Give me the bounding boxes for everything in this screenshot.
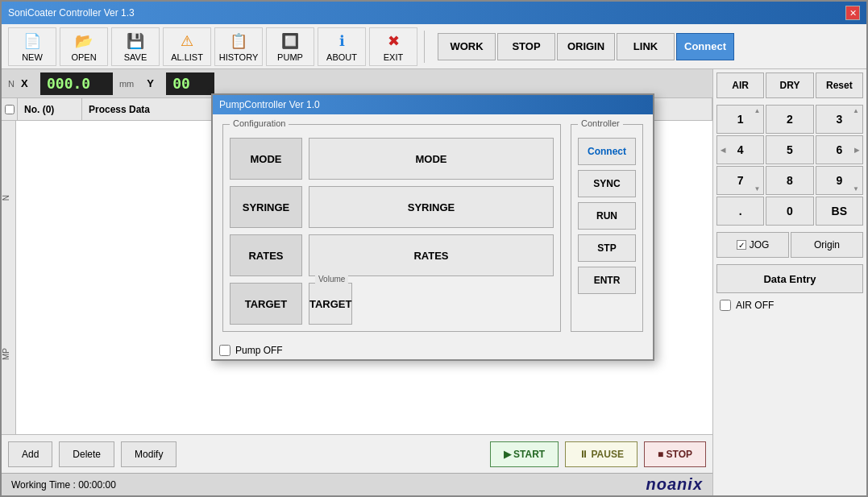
data-entry-button[interactable]: Data Entry (716, 264, 863, 293)
num-9-btn[interactable]: 9 ▼ (816, 166, 863, 195)
num-7-btn[interactable]: 7 ▼ (716, 166, 764, 195)
status-bar: Working Time : 00:00:00 noanix (2, 473, 712, 495)
num-3-label: 3 (836, 113, 842, 126)
save-button[interactable]: 💾 SAVE (111, 27, 160, 66)
num-2-btn[interactable]: 2 (766, 105, 813, 134)
toolbar-separator (424, 31, 425, 63)
mode-label-btn[interactable]: MODE (230, 138, 302, 180)
bs-btn[interactable]: BS (816, 197, 863, 226)
ctrl-run-btn[interactable]: RUN (578, 202, 636, 230)
close-button[interactable]: ✕ (845, 6, 860, 20)
exit-icon: ✖ (384, 31, 403, 51)
x-value: 000.0 (47, 75, 90, 92)
open-button[interactable]: 📂 OPEN (60, 27, 108, 66)
jog-checkbox: ✓ (737, 240, 746, 250)
stop-nav-button[interactable]: STOP (497, 33, 555, 60)
about-button[interactable]: ℹ ABOUT (318, 27, 366, 66)
air-off-checkbox[interactable] (720, 300, 731, 311)
num-4-btn[interactable]: 4 ◀ (716, 135, 764, 164)
num-0-btn[interactable]: 0 (766, 197, 813, 226)
side-label-mp: MP (2, 348, 15, 360)
controller-legend: Controller (578, 118, 623, 128)
arrow-down-7: ▼ (754, 185, 760, 193)
open-icon: 📂 (74, 31, 93, 51)
connect-nav-button[interactable]: Connect (676, 33, 734, 60)
syringe-label-btn[interactable]: SYRINGE (230, 186, 302, 228)
pump-modal-title-text: PumpController Ver 1.0 (219, 99, 320, 110)
reset-button[interactable]: Reset (816, 72, 863, 98)
noanix-logo: noanix (646, 475, 703, 494)
ctrl-entr-btn[interactable]: ENTR (578, 267, 636, 294)
ctrl-sync-btn[interactable]: SYNC (578, 170, 636, 197)
exit-label: EXIT (384, 52, 403, 62)
target-value-btn[interactable]: TARGET (309, 283, 352, 325)
link-nav-button[interactable]: LINK (617, 33, 675, 60)
config-value-col: MODE SYRINGE RATES Volume TARGET (309, 138, 554, 325)
delete-button[interactable]: Delete (59, 441, 114, 467)
x-display: 000.0 (40, 72, 113, 95)
num-1-btn[interactable]: 1 ▲ (716, 105, 764, 134)
target-wrapper: Volume TARGET (309, 283, 554, 325)
pump-modal-body: Configuration MODE SYRINGE RATES TARGET (213, 114, 653, 342)
air-off-label: AIR OFF (736, 300, 774, 311)
dry-button[interactable]: DRY (766, 72, 813, 98)
arrow-down-9: ▼ (853, 185, 859, 193)
al-list-label: AL.LIST (171, 52, 203, 62)
dot-btn[interactable]: . (716, 197, 764, 226)
bottom-toolbar: Add Delete Modify ▶ START ⏸ PAUSE ■ STOP (2, 434, 712, 473)
side-labels: N MP (2, 121, 16, 434)
jog-label: JOG (750, 239, 770, 251)
pump-label: PUMP (277, 52, 303, 62)
pump-button[interactable]: 🔲 PUMP (266, 27, 314, 66)
ctrl-connect-btn[interactable]: Connect (578, 138, 636, 165)
jog-button[interactable]: ✓ JOG (716, 232, 789, 258)
num-6-btn[interactable]: 6 ▶ (816, 135, 863, 164)
numpad: 1 ▲ 2 3 ▲ 4 ◀ 5 6 (713, 101, 866, 229)
content-area: N X 000.0 mm Y 00 No. (0) Process Data (2, 69, 866, 495)
rates-value-btn[interactable]: RATES (309, 234, 554, 276)
history-button[interactable]: 📋 HISTORY (214, 27, 263, 66)
new-button[interactable]: 📄 NEW (8, 27, 56, 66)
x-label: X (21, 77, 34, 89)
work-nav-button[interactable]: WORK (438, 33, 496, 60)
exit-button[interactable]: ✖ EXIT (369, 27, 417, 66)
y-value: 00 (172, 75, 190, 92)
mode-value-btn[interactable]: MODE (309, 138, 554, 180)
select-all-checkbox[interactable] (5, 105, 15, 114)
modify-button[interactable]: Modify (121, 441, 177, 467)
num-6-label: 6 (836, 143, 842, 156)
pump-off-checkbox[interactable] (219, 345, 230, 356)
dot-label: . (739, 205, 742, 217)
stop-button[interactable]: ■ STOP (644, 441, 706, 467)
jog-row: ✓ JOG Origin (713, 229, 866, 261)
volume-label: Volume (315, 275, 348, 284)
air-off-row: AIR OFF (713, 296, 866, 314)
air-button[interactable]: AIR (716, 72, 764, 98)
add-button[interactable]: Add (8, 441, 52, 467)
config-legend: Configuration (230, 118, 289, 128)
origin-button[interactable]: Origin (791, 232, 863, 258)
window-title: SoniCoater Controller Ver 1.3 (8, 7, 135, 19)
pump-off-label: Pump OFF (235, 345, 283, 356)
arrow-left-4: ◀ (721, 147, 725, 154)
num-4-label: 4 (737, 143, 744, 156)
working-time: Working Time : 00:00:00 (11, 479, 116, 491)
pause-button[interactable]: ⏸ PAUSE (565, 441, 638, 467)
target-label-btn[interactable]: TARGET (230, 283, 302, 325)
rates-label-btn[interactable]: RATES (230, 234, 302, 276)
al-list-button[interactable]: ⚠ AL.LIST (163, 27, 211, 66)
config-label-col: MODE SYRINGE RATES TARGET (230, 138, 302, 325)
no-col-header: No. (0) (18, 98, 82, 120)
arrow-up-3: ▲ (853, 107, 859, 114)
num-3-btn[interactable]: 3 ▲ (816, 105, 863, 134)
syringe-value-btn[interactable]: SYRINGE (309, 186, 554, 228)
start-button[interactable]: ▶ START (490, 441, 559, 467)
num-5-btn[interactable]: 5 (766, 135, 813, 164)
origin-nav-button[interactable]: ORIGIN (557, 33, 615, 60)
y-label: Y (147, 77, 160, 89)
ctrl-stp-btn[interactable]: STP (578, 234, 636, 262)
num-5-label: 5 (787, 143, 793, 156)
num-8-btn[interactable]: 8 (766, 166, 813, 195)
save-label: SAVE (124, 52, 147, 62)
right-top-buttons: AIR DRY Reset (713, 69, 866, 101)
